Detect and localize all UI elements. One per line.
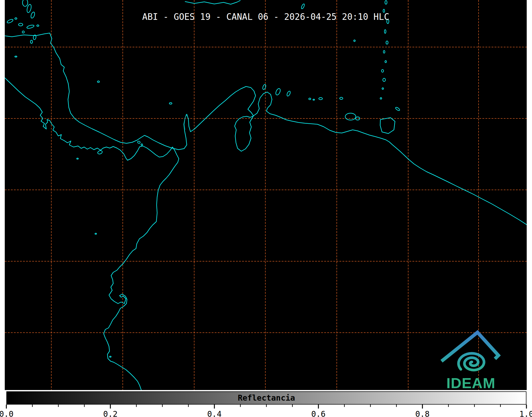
- colorbar-tick-label: 0.4: [207, 409, 221, 417]
- ideam-logo-text: IDEAM: [441, 374, 501, 392]
- colorbar-tick-label: 0.8: [415, 409, 430, 417]
- figure-canvas: ABI - GOES 19 - CANAL 06 - 2026-04-25 20…: [0, 0, 532, 417]
- colorbar-tick-label: 0.6: [311, 409, 326, 417]
- colorbar-tick-label: 0.0: [0, 409, 13, 417]
- colorbar-tick-label: 1.0: [519, 409, 532, 417]
- colorbar-tick-label: 0.2: [103, 409, 117, 417]
- colorbar-axis: [0, 0, 532, 417]
